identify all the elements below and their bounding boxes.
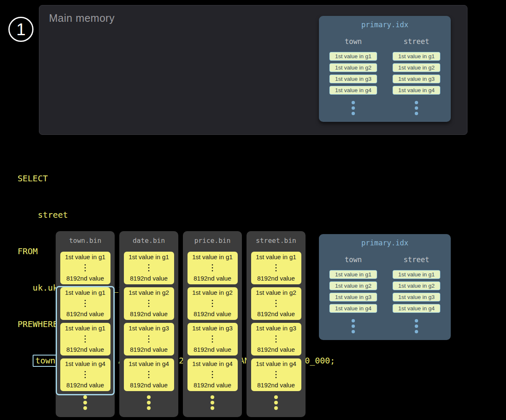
granule-first-value: 1st value in g4 (256, 360, 296, 367)
bin-ellipsis-dots (119, 395, 178, 410)
granule-first-value: 1st value in g3 (128, 325, 169, 332)
idx-column-header-street: street (403, 37, 429, 46)
granule-ellipsis-icon (148, 300, 149, 307)
idx-column-street: street 1st value in g1 1st value in g2 1… (393, 37, 440, 115)
granule-cell: 1st value in g4 8192nd value (251, 358, 301, 391)
granule-cells: 1st value in g1 8192nd value 1st value i… (183, 252, 242, 391)
bin-ellipsis-dots (56, 395, 115, 410)
idx-column-header-street: street (403, 255, 429, 264)
granule-last-value: 8192nd value (257, 275, 295, 282)
granule-ellipsis-icon (148, 371, 149, 378)
granule-cell: 1st value in g1 8192nd value (188, 252, 238, 284)
idx-column-header-town: town (345, 255, 362, 264)
granule-cell: 1st value in g2 8192nd value (251, 287, 301, 320)
granule-cell: 1st value in g1 8192nd value (60, 323, 110, 356)
granule-ellipsis-icon (212, 371, 213, 378)
bin-title-town: town.bin (56, 237, 115, 245)
idx-entry-chip: 1st value in g2 (393, 63, 440, 72)
bin-ellipsis-dots (183, 395, 242, 410)
idx-ellipsis-dots (415, 101, 418, 115)
column-file-price-bin: price.bin 1st value in g1 8192nd value 1… (183, 231, 242, 417)
granule-first-value: 1st value in g1 (192, 253, 233, 260)
granule-cell: 1st value in g4 8192nd value (124, 358, 174, 391)
primary-idx-panel-disk: primary.idx town 1st value in g1 1st val… (319, 234, 451, 340)
granule-first-value: 1st value in g2 (128, 289, 169, 296)
granule-ellipsis-icon (275, 371, 277, 378)
granule-cell: 1st value in g2 8192nd value (188, 287, 238, 320)
granule-first-value: 1st value in g1 (65, 253, 105, 260)
bin-title-price: price.bin (183, 237, 242, 245)
granule-cell: 1st value in g1 8192nd value (251, 252, 301, 284)
step-1-label: 1 (16, 21, 26, 38)
granule-last-value: 8192nd value (193, 310, 231, 317)
granule-cell: 1st value in g3 8192nd value (251, 323, 301, 356)
granule-first-value: 1st value in g4 (192, 360, 233, 367)
granule-first-value: 1st value in g1 (65, 325, 105, 332)
idx-entry-chip: 1st value in g1 (393, 270, 440, 279)
column-file-date-bin: date.bin 1st value in g1 8192nd value 1s… (119, 231, 178, 417)
idx-entry-chip: 1st value in g3 (393, 75, 440, 83)
granule-ellipsis-icon (212, 300, 213, 307)
idx-column-street: street 1st value in g1 1st value in g2 1… (393, 255, 440, 333)
granule-cells: 1st value in g1 8192nd value 1st value i… (247, 252, 306, 391)
granule-cell: 1st value in g3 8192nd value (124, 323, 174, 356)
granule-cell: 1st value in g2 8192nd value (124, 287, 174, 320)
idx-entry-chip: 1st value in g3 (329, 293, 377, 301)
idx-entry-chip: 1st value in g2 (393, 281, 440, 290)
step-1-badge: 1 (8, 17, 33, 42)
main-memory-title: Main memory (49, 12, 115, 24)
granule-ellipsis-icon (85, 300, 86, 307)
granule-cells: 1st value in g1 8192nd value 1st value i… (56, 252, 115, 391)
granule-last-value: 8192nd value (257, 310, 295, 317)
granule-cell: 1st value in g1 8192nd value (60, 252, 110, 284)
granule-last-value: 8192nd value (193, 381, 231, 389)
idx-entry-chip: 1st value in g2 (329, 281, 377, 290)
granule-ellipsis-icon (85, 371, 86, 378)
granule-ellipsis-icon (148, 335, 149, 343)
sql-line-street: street (18, 209, 335, 221)
granule-ellipsis-icon (85, 335, 86, 343)
granule-ellipsis-icon (275, 264, 277, 271)
sql-indent (18, 356, 33, 366)
granule-cell: 1st value in g4 8192nd value (188, 358, 238, 391)
primary-idx-columns: town 1st value in g1 1st value in g2 1st… (319, 37, 451, 115)
granule-first-value: 1st value in g4 (128, 360, 169, 367)
primary-idx-title: primary.idx (319, 21, 451, 29)
granule-cell: 1st value in g3 8192nd value (188, 323, 238, 356)
idx-ellipsis-dots (352, 101, 355, 115)
granule-last-value: 8192nd value (130, 275, 167, 282)
granule-first-value: 1st value in g1 (65, 289, 105, 296)
granule-last-value: 8192nd value (257, 346, 295, 353)
granule-first-value: 1st value in g1 (128, 253, 169, 260)
granule-cell: 1st value in g1 8192nd value (124, 252, 174, 284)
granule-ellipsis-icon (212, 335, 213, 343)
granule-last-value: 8192nd value (130, 346, 167, 353)
idx-entry-chip: 1st value in g4 (393, 86, 440, 95)
granule-first-value: 1st value in g2 (192, 289, 233, 296)
primary-idx-columns: town 1st value in g1 1st value in g2 1st… (319, 255, 451, 333)
idx-column-town: town 1st value in g1 1st value in g2 1st… (329, 255, 377, 333)
granule-last-value: 8192nd value (130, 310, 167, 317)
granule-ellipsis-icon (148, 264, 149, 271)
granule-ellipsis-icon (275, 335, 277, 343)
idx-entry-chip: 1st value in g2 (329, 63, 377, 72)
sql-line-select: SELECT (18, 173, 335, 185)
idx-column-header-town: town (345, 37, 362, 46)
primary-idx-title: primary.idx (319, 239, 451, 247)
idx-entry-chip: 1st value in g1 (393, 52, 440, 61)
granule-cell: 1st value in g4 8192nd value (60, 358, 110, 391)
idx-ellipsis-dots (415, 319, 418, 333)
granule-cells: 1st value in g1 8192nd value 1st value i… (119, 252, 178, 391)
granule-first-value: 1st value in g3 (192, 325, 233, 332)
granule-last-value: 8192nd value (257, 381, 295, 389)
column-file-street-bin: street.bin 1st value in g1 8192nd value … (247, 231, 306, 417)
granule-first-value: 1st value in g4 (65, 360, 105, 367)
idx-entry-chip: 1st value in g4 (329, 86, 377, 95)
granule-cell: 1st value in g1 8192nd value (60, 287, 110, 320)
bin-title-street: street.bin (247, 237, 306, 245)
idx-column-town: town 1st value in g1 1st value in g2 1st… (329, 37, 377, 115)
idx-entry-chip: 1st value in g3 (393, 293, 440, 301)
granule-last-value: 8192nd value (66, 310, 104, 317)
granule-last-value: 8192nd value (130, 381, 167, 389)
idx-ellipsis-dots (352, 319, 355, 333)
